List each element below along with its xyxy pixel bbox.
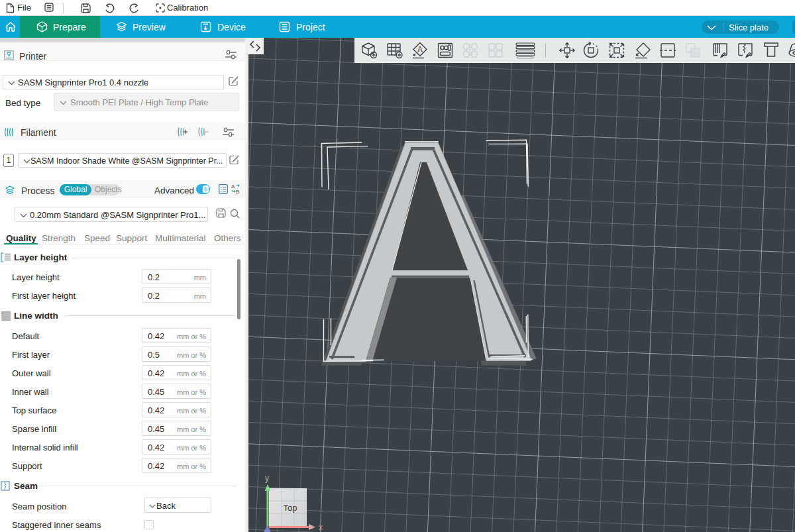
svg-text:Top: Top xyxy=(284,503,297,513)
svg-text:x: x xyxy=(319,523,323,532)
svg-text:A: A xyxy=(417,45,423,54)
svg-text:y: y xyxy=(265,474,269,483)
svg-text:B: B xyxy=(236,189,239,194)
svg-text:A: A xyxy=(231,184,235,189)
